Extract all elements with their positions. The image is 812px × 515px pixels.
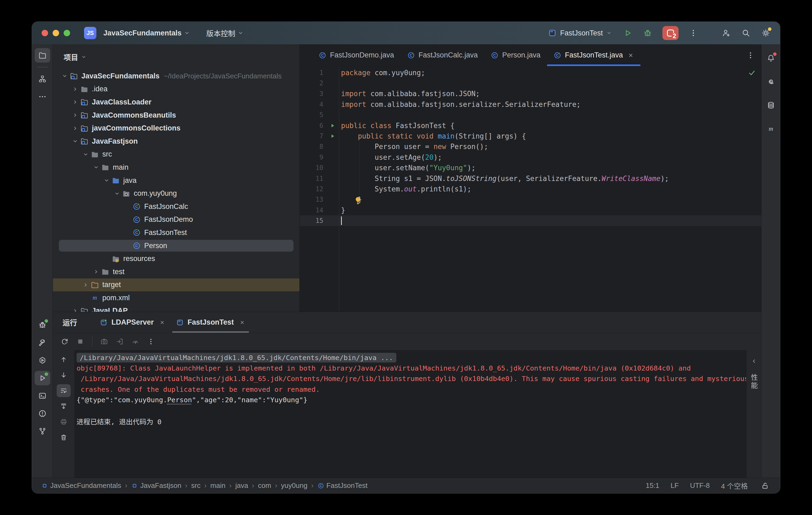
stripe-item-services[interactable] [35, 353, 50, 368]
soft-wrap-button[interactable] [57, 384, 70, 397]
code-line-2[interactable]: 2 [300, 78, 761, 88]
tree-chevron[interactable] [71, 307, 79, 312]
breadcrumb-JavaSecFundamentals[interactable]: JavaSecFundamentals [41, 481, 121, 490]
tree-item-Person[interactable]: Person [53, 239, 299, 252]
editor-tab-FastJsonCalc.java[interactable]: FastJsonCalc.java [401, 44, 485, 66]
print-button[interactable] [57, 416, 70, 428]
tree-chevron[interactable] [103, 177, 110, 184]
code-line-11[interactable]: 11 String s1 = JSON.toJSONString(user, S… [300, 173, 761, 184]
close-icon[interactable] [159, 319, 165, 325]
stripe-item-notifications[interactable] [763, 51, 779, 65]
editor-tab-FastJsonDemo.java[interactable]: FastJsonDemo.java [312, 44, 401, 66]
code-line-14[interactable]: 14 } [300, 205, 761, 216]
tree-chevron[interactable] [92, 268, 100, 276]
run-button[interactable] [621, 27, 634, 39]
tree-item-FastJsonTest[interactable]: FastJsonTest [53, 226, 299, 239]
tree-item-src[interactable]: src [53, 148, 299, 161]
clear-all-button[interactable] [57, 431, 70, 444]
stripe-item-ai-assistant[interactable] [763, 75, 779, 89]
editor-tab-FastJsonTest.java[interactable]: FastJsonTest.java [547, 44, 640, 66]
minimize-window-button[interactable] [53, 30, 59, 36]
stripe-item-database[interactable] [763, 98, 779, 113]
running-processes-button[interactable]: 2 [662, 26, 678, 40]
code-line-8[interactable]: 8 Person user = new Person(); [300, 142, 761, 152]
stripe-item-problems[interactable] [35, 406, 50, 421]
thread-dump-button[interactable] [114, 336, 126, 347]
close-icon[interactable] [628, 52, 634, 59]
tree-chevron[interactable] [82, 281, 89, 289]
stripe-item-build[interactable] [35, 335, 50, 350]
breadcrumb-src[interactable]: src [191, 481, 201, 490]
breadcrumb-java[interactable]: java [235, 481, 248, 490]
tree-item-resources[interactable]: resources [53, 252, 299, 265]
stripe-item-more-tool-windows[interactable] [35, 89, 50, 104]
next-occurrence-button[interactable] [57, 369, 70, 381]
tree-item-pom.xml[interactable]: pom.xml [53, 291, 299, 305]
stop-button[interactable] [75, 336, 86, 347]
code-line-7[interactable]: 7 public static void main(String[] args)… [300, 131, 761, 141]
tree-item-FastJsonDemo[interactable]: FastJsonDemo [53, 213, 299, 226]
tree-chevron[interactable] [71, 98, 79, 106]
stripe-item-structure[interactable] [35, 72, 50, 86]
editor-tab-Person.java[interactable]: Person.java [484, 44, 547, 66]
tabbar-options-button[interactable] [746, 51, 755, 60]
code-line-15[interactable]: 15 [300, 216, 761, 226]
code-line-4[interactable]: 4 import com.alibaba.fastjson.serializer… [300, 99, 761, 110]
code-with-me-button[interactable] [720, 27, 732, 39]
tree-item-.idea[interactable]: .idea [53, 83, 299, 96]
tree-chevron[interactable] [113, 190, 121, 197]
tree-item-main[interactable]: main [53, 161, 299, 174]
breadcrumb-com[interactable]: com [258, 481, 271, 490]
close-window-button[interactable] [41, 30, 48, 36]
profile-button[interactable] [129, 336, 141, 347]
settings-button[interactable] [760, 27, 772, 39]
breadcrumb-FastJsonTest[interactable]: FastJsonTest [317, 481, 368, 490]
inspections-ok-icon[interactable] [748, 69, 756, 77]
tree-chevron[interactable] [82, 151, 89, 158]
code-line-13[interactable]: 13 } [300, 194, 761, 205]
code-line-3[interactable]: 3 import com.alibaba.fastjson.JSON; [300, 89, 761, 99]
tree-item-JavaCommonsBeanutils[interactable]: JavaCommonsBeanutils [53, 109, 299, 122]
project-panel-header[interactable]: 项目 [53, 44, 299, 69]
run-tab-LDAPServer[interactable]: LDAPServer [94, 312, 171, 333]
run-tab-FastJsonTest[interactable]: FastJsonTest [171, 312, 251, 333]
more-options-button[interactable] [145, 336, 157, 347]
tree-item-FastJsonCalc[interactable]: FastJsonCalc [53, 200, 299, 213]
code-line-9[interactable]: 9 user.setAge(20); [300, 152, 761, 163]
console-output[interactable]: /Library/Java/JavaVirtualMachines/jdk1.8… [75, 350, 746, 478]
tree-item-JavaSecFundamentals[interactable]: JavaSecFundamentals~/IdeaProjects/JavaSe… [53, 69, 299, 83]
run-config-selector[interactable]: FastJsonTest [546, 27, 614, 39]
tree-item-com.yuy0ung[interactable]: com.yuy0ung [53, 187, 299, 200]
code-line-1[interactable]: 1 package com.yuy0ung; [300, 67, 761, 78]
stripe-item-version-control[interactable] [35, 424, 50, 438]
tree-chevron[interactable] [71, 111, 79, 119]
tree-chevron[interactable] [61, 72, 68, 80]
code-line-10[interactable]: 10 user.setName("Yuy0ung"); [300, 163, 761, 173]
stripe-item-project[interactable] [35, 48, 50, 63]
status-4[interactable]: 4 个空格 [721, 481, 748, 491]
screenshot-button[interactable] [98, 336, 110, 347]
editor-body[interactable]: 1 package com.yuy0ung; 2 3 import com.al… [300, 66, 761, 312]
code-line-12[interactable]: 12 System.out.println(s1); [300, 184, 761, 194]
vcs-menu[interactable]: 版本控制 [204, 26, 246, 40]
performance-collapsed-panel[interactable]: 性能 [746, 350, 761, 478]
run-line-button[interactable] [326, 122, 338, 129]
tree-item-java[interactable]: java [53, 174, 299, 187]
stripe-item-maven[interactable] [763, 122, 779, 136]
status-UTF8[interactable]: UTF-8 [690, 481, 710, 490]
tree-item-target[interactable]: target [53, 279, 299, 292]
tree-chevron[interactable] [71, 124, 79, 132]
status-151[interactable]: 15:1 [646, 481, 660, 490]
tree-chevron[interactable] [71, 138, 79, 145]
tree-item-javaCommonsCollections[interactable]: javaCommonsCollections [53, 122, 299, 135]
rerun-button[interactable] [59, 336, 70, 347]
stripe-item-run[interactable] [35, 371, 50, 385]
stripe-item-terminal[interactable] [35, 389, 50, 403]
run-line-button[interactable] [326, 133, 338, 139]
search-everywhere-button[interactable] [740, 27, 752, 39]
tree-chevron[interactable] [92, 164, 100, 171]
intention-bulb-button[interactable] [353, 196, 362, 205]
breadcrumb-JavaFastjson[interactable]: JavaFastjson [131, 481, 181, 490]
zoom-window-button[interactable] [64, 30, 70, 36]
code-line-5[interactable]: 5 [300, 110, 761, 120]
